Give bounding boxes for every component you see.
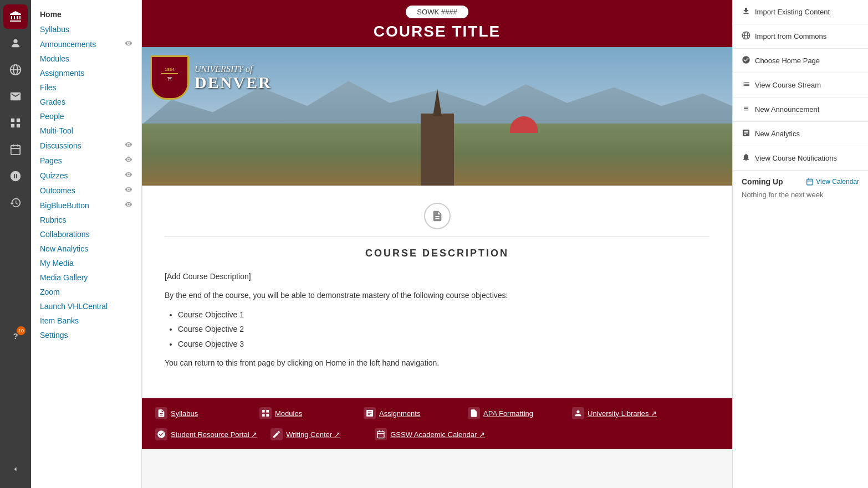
svg-rect-7 <box>17 124 20 127</box>
course-nav-item-label: Outcomes <box>40 186 75 195</box>
global-nav-inbox[interactable] <box>3 84 28 109</box>
svg-marker-13 <box>156 86 183 94</box>
course-nav-item-quizzes[interactable]: Quizzes <box>31 168 141 183</box>
global-nav-commons[interactable] <box>3 164 28 188</box>
course-nav-item-announcements[interactable]: Announcements <box>31 37 141 52</box>
bottom-nav-item-writing-center[interactable]: Writing Center ↗ <box>266 426 366 443</box>
svg-rect-19 <box>262 414 265 417</box>
bottom-nav-label: Syllabus <box>171 409 198 418</box>
course-nav-item-discussions[interactable]: Discussions <box>31 138 141 153</box>
course-nav-item-label: Launch VHLCentral <box>40 302 108 311</box>
course-nav-item-syllabus[interactable]: Syllabus <box>31 22 141 37</box>
bottom-nav-label: Modules <box>275 409 302 418</box>
bottom-nav-icon <box>468 407 480 419</box>
course-nav-item-label: Discussions <box>40 141 81 150</box>
course-nav-item-pages[interactable]: Pages <box>31 153 141 168</box>
course-nav-item-grades[interactable]: Grades <box>31 95 141 109</box>
action-label: Choose Home Page <box>755 56 820 65</box>
course-nav-item-label: Collaborations <box>40 230 90 239</box>
right-action-import-existing-content[interactable]: Import Existing Content <box>733 0 868 24</box>
course-nav-item-item-banks[interactable]: Item Banks <box>31 314 141 328</box>
intro-text: By the end of the course, you will be ab… <box>165 289 709 301</box>
global-nav-calendar[interactable] <box>3 137 28 162</box>
coming-up-section: Coming Up View Calendar Nothing for the … <box>733 171 868 206</box>
bottom-nav-label: Assignments <box>379 409 420 418</box>
add-description-placeholder: [Add Course Description] <box>165 270 709 282</box>
bottom-nav-item-assignments[interactable]: Assignments <box>359 405 459 422</box>
course-nav-item-launch-vhlcentral[interactable]: Launch VHLCentral <box>31 299 141 314</box>
svg-rect-17 <box>262 410 265 413</box>
global-nav-dashboard[interactable] <box>3 111 28 135</box>
course-nav-item-settings[interactable]: Settings <box>31 328 141 342</box>
course-nav-item-media-gallery[interactable]: Media Gallery <box>31 270 141 285</box>
course-nav-home[interactable]: Home <box>31 7 141 22</box>
bottom-nav-item-gssw-academic-calendar[interactable]: GSSW Academic Calendar ↗ <box>370 426 489 443</box>
main-content-area: SOWK #### COURSE TITLE 1864 ⛩ UNIVERSITY… <box>142 0 732 488</box>
course-nav-item-label: Announcements <box>40 40 96 49</box>
svg-text:1864: 1864 <box>165 67 175 72</box>
right-action-choose-home-page[interactable]: Choose Home Page <box>733 49 868 73</box>
objective-item: Course Objective 2 <box>178 323 709 335</box>
global-nav-collapse[interactable] <box>3 457 28 481</box>
global-nav-account[interactable] <box>3 31 28 55</box>
action-label: New Announcement <box>755 105 819 114</box>
global-nav-sidebar: ? 10 <box>0 0 31 488</box>
bottom-nav-item-syllabus[interactable]: Syllabus <box>151 405 251 422</box>
course-nav-item-modules[interactable]: Modules <box>31 52 141 66</box>
objectives-list: Course Objective 1Course Objective 2Cour… <box>178 309 709 350</box>
course-nav-item-label: People <box>40 112 64 121</box>
nav-visibility-icon[interactable] <box>125 171 132 180</box>
view-calendar-link[interactable]: View Calendar <box>806 178 859 186</box>
right-action-view-course-stream[interactable]: View Course Stream <box>733 73 868 97</box>
course-nav-item-people[interactable]: People <box>31 109 141 124</box>
course-description-section: COURSE DESCRIPTION [Add Course Descripti… <box>142 186 732 398</box>
svg-rect-21 <box>377 432 384 438</box>
nav-visibility-icon[interactable] <box>125 39 132 49</box>
course-nav-item-collaborations[interactable]: Collaborations <box>31 227 141 242</box>
course-nav-item-bigbluebutton[interactable]: BigBlueButton <box>31 198 141 213</box>
view-calendar-label: View Calendar <box>816 178 859 186</box>
bottom-nav-item-apa-formatting[interactable]: APA Formatting <box>463 405 563 422</box>
coming-up-title: Coming Up <box>742 177 783 186</box>
course-nav-item-label: Media Gallery <box>40 273 88 282</box>
course-nav-item-multi-tool[interactable]: Multi-Tool <box>31 124 141 138</box>
nav-visibility-icon[interactable] <box>125 186 132 195</box>
bottom-nav-icon <box>572 407 584 419</box>
bottom-nav-item-university-libraries[interactable]: University Libraries ↗ <box>568 405 667 422</box>
right-action-view-course-notifications[interactable]: View Course Notifications <box>733 146 868 171</box>
course-nav-item-my-media[interactable]: My Media <box>31 256 141 270</box>
course-nav-item-new-analytics[interactable]: New Analytics <box>31 242 141 256</box>
objective-item: Course Objective 3 <box>178 338 709 350</box>
course-description-icon <box>424 203 451 229</box>
course-nav-item-label: Multi-Tool <box>40 126 73 135</box>
svg-point-0 <box>13 39 17 43</box>
course-nav-item-files[interactable]: Files <box>31 80 141 95</box>
course-nav-item-label: Pages <box>40 156 62 165</box>
bottom-nav-label: APA Formatting <box>483 409 533 418</box>
global-nav-history[interactable] <box>3 191 28 215</box>
svg-rect-18 <box>266 410 269 413</box>
action-label: View Course Stream <box>755 81 821 89</box>
global-nav-institution[interactable] <box>3 4 28 29</box>
nav-visibility-icon[interactable] <box>125 141 132 150</box>
right-action-new-announcement[interactable]: New Announcement <box>733 97 868 122</box>
bottom-nav-item-student-resource-portal[interactable]: Student Resource Portal ↗ <box>151 426 262 443</box>
course-nav-item-label: Item Banks <box>40 316 79 325</box>
bottom-nav-item-modules[interactable]: Modules <box>255 405 355 422</box>
action-icon <box>742 153 750 163</box>
help-badge: 10 <box>17 326 25 335</box>
svg-rect-5 <box>17 119 20 122</box>
global-nav-globe[interactable] <box>3 58 28 82</box>
banner-spire <box>433 89 442 116</box>
right-action-new-analytics[interactable]: New Analytics <box>733 122 868 146</box>
course-nav-item-outcomes[interactable]: Outcomes <box>31 183 141 198</box>
global-nav-help[interactable]: ? 10 <box>3 324 28 348</box>
university-name-text: UNIVERSITY of DENVER <box>195 64 272 91</box>
course-nav-item-zoom[interactable]: Zoom <box>31 285 141 299</box>
course-nav-item-rubrics[interactable]: Rubrics <box>31 213 141 227</box>
right-action-import-from-commons[interactable]: Import from Commons <box>733 24 868 49</box>
course-nav-item-label: Rubrics <box>40 215 66 224</box>
nav-visibility-icon[interactable] <box>125 156 132 165</box>
nav-visibility-icon[interactable] <box>125 201 132 210</box>
course-nav-item-assignments[interactable]: Assignments <box>31 66 141 80</box>
